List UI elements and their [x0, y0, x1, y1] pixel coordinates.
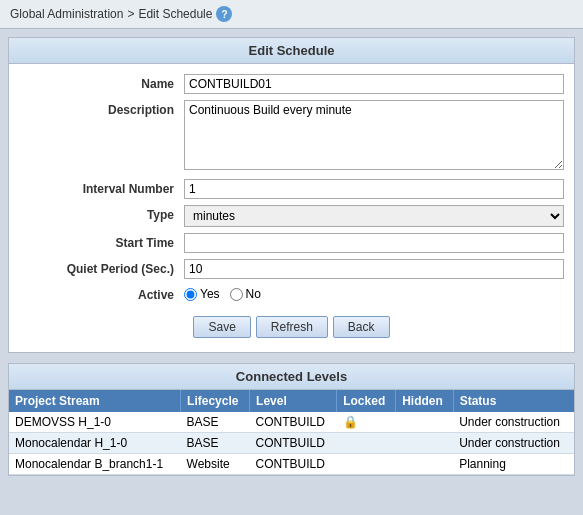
col-lifecycle: Lifecycle: [181, 390, 250, 412]
quiet-period-input[interactable]: [184, 259, 564, 279]
name-label: Name: [9, 74, 184, 91]
cell-5: Under construction: [453, 433, 574, 454]
col-level: Level: [250, 390, 337, 412]
form-body: Name Description Continuous Build every …: [9, 64, 574, 352]
name-field: [184, 74, 574, 94]
cell-5: Planning: [453, 454, 574, 475]
interval-number-row: Interval Number: [9, 179, 574, 199]
active-row: Active Yes No: [9, 285, 574, 302]
description-row: Description Continuous Build every minut…: [9, 100, 574, 173]
col-locked: Locked: [337, 390, 396, 412]
cell-1: BASE: [181, 412, 250, 433]
active-yes-label[interactable]: Yes: [184, 287, 220, 301]
table-row: Monocalendar B_branch1-1WebsiteCONTBUILD…: [9, 454, 574, 475]
connected-levels-table: Project Stream Lifecycle Level Locked Hi…: [9, 390, 574, 475]
table-header-row: Project Stream Lifecycle Level Locked Hi…: [9, 390, 574, 412]
cell-1: Website: [181, 454, 250, 475]
quiet-period-field: [184, 259, 574, 279]
type-field: minutes hours days: [184, 205, 574, 227]
cell-3: [337, 433, 396, 454]
active-yes-radio[interactable]: [184, 288, 197, 301]
help-icon[interactable]: ?: [216, 6, 232, 22]
interval-number-field: [184, 179, 574, 199]
cell-0: Monocalendar B_branch1-1: [9, 454, 181, 475]
connected-levels-title: Connected Levels: [9, 364, 574, 390]
active-field: Yes No: [184, 285, 574, 301]
interval-number-label: Interval Number: [9, 179, 184, 196]
active-no-label[interactable]: No: [230, 287, 261, 301]
cell-2: CONTBUILD: [250, 412, 337, 433]
cell-4: [396, 454, 454, 475]
save-button[interactable]: Save: [193, 316, 250, 338]
breadcrumb-bar: Global Administration > Edit Schedule ?: [0, 0, 583, 29]
edit-schedule-title: Edit Schedule: [9, 38, 574, 64]
cell-2: CONTBUILD: [250, 433, 337, 454]
table-row: DEMOVSS H_1-0BASECONTBUILD🔒Under constru…: [9, 412, 574, 433]
cell-1: BASE: [181, 433, 250, 454]
type-label: Type: [9, 205, 184, 222]
main-content: Edit Schedule Name Description Continuou…: [0, 29, 583, 484]
connected-levels-panel: Connected Levels Project Stream Lifecycl…: [8, 363, 575, 476]
table-row: Monocalendar H_1-0BASECONTBUILDUnder con…: [9, 433, 574, 454]
back-button[interactable]: Back: [333, 316, 390, 338]
description-textarea[interactable]: Continuous Build every minute: [184, 100, 564, 170]
cell-3: 🔒: [337, 412, 396, 433]
start-time-field: [184, 233, 574, 253]
description-field: Continuous Build every minute: [184, 100, 574, 173]
cell-2: CONTBUILD: [250, 454, 337, 475]
breadcrumb-part1: Global Administration: [10, 7, 123, 21]
cell-4: [396, 433, 454, 454]
active-no-radio[interactable]: [230, 288, 243, 301]
breadcrumb-part2: Edit Schedule: [138, 7, 212, 21]
cell-0: DEMOVSS H_1-0: [9, 412, 181, 433]
active-no-text: No: [246, 287, 261, 301]
type-row: Type minutes hours days: [9, 205, 574, 227]
breadcrumb-separator: >: [127, 7, 134, 21]
interval-number-input[interactable]: [184, 179, 564, 199]
button-row: Save Refresh Back: [9, 308, 574, 342]
cell-5: Under construction: [453, 412, 574, 433]
col-hidden: Hidden: [396, 390, 454, 412]
col-status: Status: [453, 390, 574, 412]
name-row: Name: [9, 74, 574, 94]
refresh-button[interactable]: Refresh: [256, 316, 328, 338]
start-time-label: Start Time: [9, 233, 184, 250]
start-time-row: Start Time: [9, 233, 574, 253]
active-yes-text: Yes: [200, 287, 220, 301]
col-project-stream: Project Stream: [9, 390, 181, 412]
edit-schedule-panel: Edit Schedule Name Description Continuou…: [8, 37, 575, 353]
type-select[interactable]: minutes hours days: [184, 205, 564, 227]
name-input[interactable]: [184, 74, 564, 94]
description-label: Description: [9, 100, 184, 117]
active-label: Active: [9, 285, 184, 302]
quiet-period-row: Quiet Period (Sec.): [9, 259, 574, 279]
cell-4: [396, 412, 454, 433]
quiet-period-label: Quiet Period (Sec.): [9, 259, 184, 276]
start-time-input[interactable]: [184, 233, 564, 253]
cell-3: [337, 454, 396, 475]
cell-0: Monocalendar H_1-0: [9, 433, 181, 454]
